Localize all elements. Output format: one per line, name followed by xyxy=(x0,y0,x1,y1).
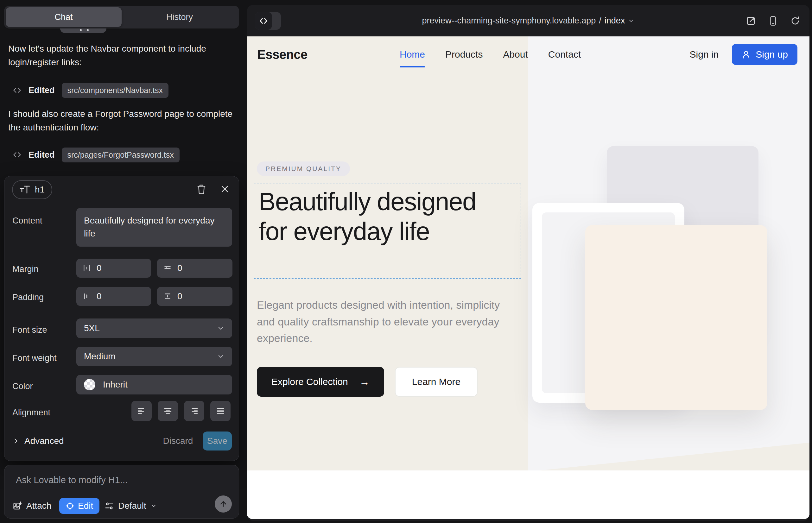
padding-label: Padding xyxy=(12,292,44,302)
tab-chat[interactable]: Chat xyxy=(6,7,122,27)
margin-y-value: 0 xyxy=(177,263,182,273)
url-page: index xyxy=(604,16,625,26)
scrolled-chip-peek xyxy=(60,29,106,33)
color-label: Color xyxy=(12,381,33,391)
user-icon xyxy=(741,50,751,59)
element-editor-panel: h1 Content Beautifully designed for ever… xyxy=(4,176,239,461)
explore-collection-button[interactable]: Explore Collection → xyxy=(257,367,384,397)
edited-label: Edited xyxy=(29,150,55,160)
url-separator: / xyxy=(599,16,601,26)
align-right-button[interactable] xyxy=(184,401,204,421)
padding-y-value: 0 xyxy=(177,291,182,301)
align-left-button[interactable] xyxy=(131,401,152,421)
margin-horizontal-icon xyxy=(83,264,91,272)
smartphone-icon xyxy=(768,16,778,26)
active-underline xyxy=(400,66,425,68)
align-left-icon xyxy=(137,406,146,416)
hero-card-cream xyxy=(585,225,767,410)
crosshair-icon xyxy=(66,502,74,510)
advanced-label: Advanced xyxy=(24,436,64,446)
nav-link-products[interactable]: Products xyxy=(445,49,483,60)
attach-button[interactable]: Attach xyxy=(13,498,51,514)
font-size-select[interactable]: 5XL xyxy=(76,319,232,338)
lovable-app-window: Chat History Now let's update the Navbar… xyxy=(0,0,812,523)
sign-in-link[interactable]: Sign in xyxy=(690,49,719,60)
hero-badge: PREMIUM QUALITY xyxy=(257,161,350,176)
delete-element-button[interactable] xyxy=(194,181,209,197)
chat-composer: Attach Edit Default xyxy=(4,465,239,519)
padding-x-value: 0 xyxy=(96,291,102,301)
close-panel-button[interactable] xyxy=(217,181,232,197)
arrow-right-icon: → xyxy=(359,376,370,388)
url-bar[interactable]: preview--charming-site-symphony.lovable.… xyxy=(247,5,810,36)
code-icon xyxy=(13,86,21,95)
color-value: Inherit xyxy=(103,380,128,390)
save-button[interactable]: Save xyxy=(203,432,232,451)
next-page-section xyxy=(247,470,810,519)
send-button[interactable] xyxy=(215,495,232,512)
content-input[interactable]: Beautifully designed for everyday life xyxy=(76,208,232,247)
align-justify-icon xyxy=(216,406,225,416)
font-size-value: 5XL xyxy=(84,323,100,333)
padding-x-input[interactable]: 0 xyxy=(76,287,151,306)
chat-history-tabbar: Chat History xyxy=(4,6,239,29)
sign-up-label: Sign up xyxy=(756,49,788,60)
margin-x-input[interactable]: 0 xyxy=(76,259,151,278)
browser-topbar: preview--charming-site-symphony.lovable.… xyxy=(247,5,810,36)
margin-label: Margin xyxy=(12,264,39,274)
arrow-up-icon xyxy=(219,500,227,508)
padding-y-input[interactable]: 0 xyxy=(157,287,232,306)
trash-icon xyxy=(197,184,206,194)
chevron-down-icon xyxy=(217,325,225,332)
sliders-icon xyxy=(105,501,114,511)
hero-paragraph: Elegant products designed with intention… xyxy=(257,296,510,347)
code-icon xyxy=(13,150,21,159)
attach-label: Attach xyxy=(26,501,51,511)
chevron-down-icon xyxy=(217,353,225,360)
mobile-view-button[interactable] xyxy=(766,14,780,28)
browser-actions xyxy=(744,5,802,36)
type-icon xyxy=(20,185,30,194)
discard-button[interactable]: Discard xyxy=(159,432,197,451)
learn-more-button[interactable]: Learn More xyxy=(395,367,478,397)
align-center-button[interactable] xyxy=(158,401,178,421)
tab-history[interactable]: History xyxy=(122,7,237,27)
nav-link-about[interactable]: About xyxy=(503,49,528,60)
edited-label: Edited xyxy=(29,86,55,95)
padding-vertical-icon xyxy=(163,292,172,301)
edited-file-chip[interactable]: src/components/Navbar.tsx xyxy=(62,83,169,98)
nav-link-home[interactable]: Home xyxy=(400,49,425,60)
edited-file-chip[interactable]: src/pages/ForgotPassword.tsx xyxy=(62,147,180,162)
font-size-label: Font size xyxy=(12,325,47,335)
element-tag-pill[interactable]: h1 xyxy=(12,180,52,199)
close-icon xyxy=(220,184,230,194)
edit-label: Edit xyxy=(78,501,93,511)
color-select[interactable]: Inherit xyxy=(76,375,232,395)
margin-y-input[interactable]: 0 xyxy=(157,259,232,278)
site-viewport: Essence Home Products About Contact Sign… xyxy=(247,36,810,519)
margin-x-value: 0 xyxy=(96,263,102,273)
font-weight-label: Font weight xyxy=(12,353,57,363)
refresh-button[interactable] xyxy=(789,14,802,28)
chevron-right-icon xyxy=(12,437,19,445)
composer-input[interactable] xyxy=(15,474,219,486)
site-auth-actions: Sign in Sign up xyxy=(690,36,797,72)
padding-horizontal-icon xyxy=(83,292,91,301)
edit-mode-button[interactable]: Edit xyxy=(59,498,100,514)
selected-h1-outline[interactable]: Beautifully designed for everyday life xyxy=(254,184,521,278)
advanced-toggle[interactable]: Advanced xyxy=(12,436,64,446)
align-justify-button[interactable] xyxy=(210,401,231,421)
site-logo[interactable]: Essence xyxy=(257,36,307,72)
sign-up-button[interactable]: Sign up xyxy=(732,44,797,65)
nav-link-home-label: Home xyxy=(400,49,425,59)
explore-collection-label: Explore Collection xyxy=(271,376,348,387)
nav-link-contact[interactable]: Contact xyxy=(548,49,581,60)
open-external-button[interactable] xyxy=(744,14,758,28)
align-right-icon xyxy=(189,406,199,416)
align-center-icon xyxy=(163,406,173,416)
edited-file-row: Edited src/pages/ForgotPassword.tsx xyxy=(13,147,180,162)
default-mode-dropdown[interactable]: Default xyxy=(105,498,157,514)
hero-section: Essence Home Products About Contact Sign… xyxy=(247,36,810,470)
font-weight-select[interactable]: Medium xyxy=(76,347,232,366)
external-link-icon xyxy=(746,16,756,26)
